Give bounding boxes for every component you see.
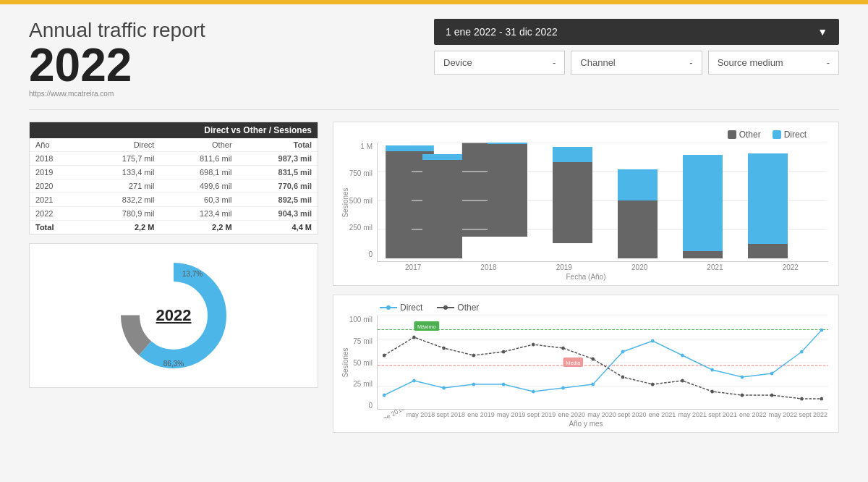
chevron-down-icon: ▼ (817, 26, 827, 38)
line-chart-svg: Máximo Media (378, 316, 828, 410)
y-label-750k: 750 mil (344, 169, 373, 177)
filters-section: 1 ene 2022 - 31 dic 2022 ▼ Device - Chan… (434, 19, 839, 75)
svg-point-48 (770, 372, 774, 376)
svg-point-55 (502, 350, 506, 354)
svg-point-63 (741, 394, 744, 397)
y-label-0: 0 (344, 250, 373, 258)
header-divider (29, 109, 839, 110)
x-label-2018: 2018 (451, 263, 526, 271)
legend-other: Other (728, 130, 761, 140)
svg-point-65 (800, 397, 804, 401)
table-row: 2022 780,9 mil 123,4 mil 904,3 mil (30, 207, 318, 221)
source-medium-filter[interactable]: Source medium - (708, 51, 839, 75)
x-label-2022: 2022 (753, 263, 828, 271)
svg-point-41 (561, 386, 565, 390)
svg-rect-20 (618, 169, 658, 200)
chevron-icon: - (689, 57, 692, 68)
col-direct: Direct (82, 138, 160, 152)
legend-line-direct: Direct (380, 303, 422, 313)
x-label-2020: 2020 (602, 263, 677, 271)
svg-rect-21 (683, 251, 723, 258)
legend-direct-line-label: Direct (400, 303, 422, 313)
channel-filter[interactable]: Channel - (571, 51, 702, 75)
svg-point-37 (442, 386, 446, 390)
x-label-2019: 2019 (527, 263, 602, 271)
svg-rect-16 (488, 143, 527, 144)
y-axis-label: Sesiones (341, 187, 349, 217)
left-panel: Direct vs Other / Sesiones Año Direct Ot… (29, 122, 318, 433)
table-row: 2020 271 mil 499,6 mil 770,6 mil (30, 179, 318, 193)
svg-point-45 (681, 354, 684, 358)
line-chart-box: Direct Other Sesiones 100 mil 75 mil 50 … (333, 295, 839, 433)
svg-rect-15 (488, 144, 527, 237)
svg-point-64 (770, 394, 774, 397)
line-y-axis-label: Sesiones (341, 347, 349, 377)
x-label-2021: 2021 (677, 263, 752, 271)
svg-point-35 (383, 394, 386, 397)
svg-point-46 (710, 368, 714, 372)
main-content: Direct vs Other / Sesiones Año Direct Ot… (29, 122, 839, 433)
svg-point-38 (472, 383, 476, 386)
bars-area (377, 143, 828, 262)
svg-rect-14 (422, 154, 462, 160)
line-chart-area: Sesiones 100 mil 75 mil 50 mil 25 mil 0 (344, 316, 828, 410)
legend-other-dot (728, 130, 736, 139)
svg-point-44 (651, 339, 655, 343)
line-chart-svg-container: Máximo Media (377, 316, 828, 410)
svg-rect-18 (553, 147, 592, 162)
svg-point-60 (651, 383, 655, 386)
svg-point-66 (820, 397, 824, 401)
legend-direct: Direct (773, 130, 807, 140)
line-x-axis-title: Año y mes (344, 420, 828, 428)
svg-point-56 (532, 343, 535, 347)
y-label-250k: 250 mil (344, 224, 373, 232)
svg-rect-23 (748, 244, 788, 258)
svg-text:86,3%: 86,3% (163, 360, 184, 368)
svg-point-36 (412, 379, 416, 383)
svg-rect-22 (683, 155, 723, 251)
device-filter[interactable]: Device - (434, 51, 565, 75)
svg-point-49 (800, 350, 804, 354)
x-axis-title: Fecha (Año) (344, 273, 828, 281)
svg-rect-24 (748, 153, 788, 244)
svg-text:Media: Media (566, 360, 581, 366)
donut-chart-container: 13,7% 86,3% 2022 (29, 243, 318, 388)
col-year: Año (30, 138, 82, 152)
line-x-axis-labels: ene 2018 may 2018 sept 2018 ene 2019 may… (375, 410, 828, 418)
svg-point-62 (710, 390, 714, 394)
svg-point-43 (621, 350, 625, 354)
bar-chart-box: Other Direct Sesiones 1 M 750 mil 500 mi… (333, 122, 839, 286)
chevron-icon: - (827, 57, 830, 68)
svg-point-59 (621, 376, 625, 379)
table-row: 2018 175,7 mil 811,6 mil 987,3 mil (30, 152, 318, 166)
report-year: 2022 (29, 42, 205, 88)
svg-point-50 (820, 329, 824, 332)
table-row: 2019 133,4 mil 698,1 mil 831,5 mil (30, 166, 318, 179)
donut-chart: 13,7% 86,3% 2022 (116, 258, 231, 373)
right-panel: Other Direct Sesiones 1 M 750 mil 500 mi… (333, 122, 839, 433)
legend-direct-dot (773, 130, 781, 139)
table-footer-row: Total 2,2 M 2,2 M 4,4 M (30, 221, 318, 234)
svg-point-40 (532, 390, 535, 394)
svg-point-51 (383, 354, 386, 358)
data-table: Año Direct Other Total 2018 175,7 mil 81… (30, 138, 318, 234)
svg-point-52 (412, 336, 416, 339)
svg-rect-13 (422, 160, 462, 258)
bar-chart-legend: Other Direct (344, 130, 828, 140)
bar-chart-main (375, 143, 860, 258)
table-title: Direct vs Other / Sesiones (30, 122, 318, 138)
table-row: 2021 832,2 mil 60,3 mil 892,5 mil (30, 193, 318, 207)
x-label-2017: 2017 (375, 263, 451, 271)
svg-point-61 (681, 379, 684, 383)
chevron-icon: - (553, 57, 556, 68)
svg-point-26 (386, 305, 391, 310)
date-range-selector[interactable]: 1 ene 2022 - 31 dic 2022 ▼ (434, 19, 839, 45)
svg-point-47 (741, 376, 744, 379)
svg-rect-17 (553, 162, 592, 243)
svg-point-57 (561, 347, 565, 350)
donut-center-label: 2022 (156, 306, 192, 325)
col-other: Other (160, 138, 237, 152)
svg-point-39 (502, 383, 506, 386)
svg-text:13,7%: 13,7% (182, 270, 203, 278)
x-axis-labels: 2017 2018 2019 2020 2021 2022 (375, 262, 828, 271)
